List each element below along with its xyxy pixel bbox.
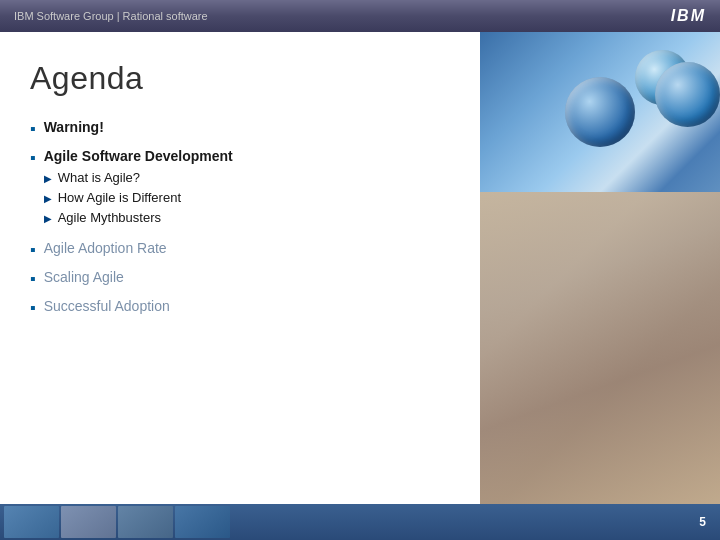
header-title: IBM Software Group | Rational software bbox=[14, 10, 208, 22]
ibm-logo-header: IBM bbox=[671, 7, 706, 25]
agenda-item-label: Agile Adoption Rate bbox=[44, 240, 167, 256]
sub-item-agile-mythbusters: ▶Agile Mythbusters bbox=[44, 210, 233, 225]
bullet-icon: ▪ bbox=[30, 120, 36, 138]
bullet-icon: ▪ bbox=[30, 299, 36, 317]
sub-bullet-icon: ▶ bbox=[44, 193, 52, 204]
deco-top-image bbox=[480, 32, 720, 192]
content-area: Agenda ▪Warning!▪Agile Software Developm… bbox=[0, 32, 480, 504]
agenda-item-agile-adoption-rate: ▪Agile Adoption Rate bbox=[30, 240, 450, 259]
ibm-logo-text: IBM bbox=[671, 7, 706, 25]
footer-img-1 bbox=[4, 506, 59, 538]
main-content: Agenda ▪Warning!▪Agile Software Developm… bbox=[0, 32, 720, 504]
agenda-item-label: Scaling Agile bbox=[44, 269, 124, 285]
sphere-overlap bbox=[655, 62, 720, 127]
agenda-item-content: Scaling Agile bbox=[44, 269, 124, 285]
sub-bullet-icon: ▶ bbox=[44, 213, 52, 224]
agenda-item-scaling-agile: ▪Scaling Agile bbox=[30, 269, 450, 288]
agenda-item-warning: ▪Warning! bbox=[30, 119, 450, 138]
footer-images bbox=[0, 504, 230, 540]
page-number: 5 bbox=[699, 515, 706, 529]
bullet-icon: ▪ bbox=[30, 241, 36, 259]
header-bar: IBM Software Group | Rational software I… bbox=[0, 0, 720, 32]
agenda-list: ▪Warning!▪Agile Software Development▶Wha… bbox=[30, 119, 450, 317]
agenda-item-label: Agile Software Development bbox=[44, 148, 233, 164]
footer-bar: 5 bbox=[0, 504, 720, 540]
agenda-item-content: Agile Adoption Rate bbox=[44, 240, 167, 256]
sub-item-how-agile-different: ▶How Agile is Different bbox=[44, 190, 233, 205]
page-title: Agenda bbox=[30, 60, 450, 97]
bullet-icon: ▪ bbox=[30, 149, 36, 167]
agenda-item-agile-software-dev: ▪Agile Software Development▶What is Agil… bbox=[30, 148, 450, 230]
deco-bottom-image bbox=[480, 192, 720, 504]
footer-img-3 bbox=[118, 506, 173, 538]
decorative-panel bbox=[480, 32, 720, 504]
footer-img-2 bbox=[61, 506, 116, 538]
footer-img-4 bbox=[175, 506, 230, 538]
sub-item-what-is-agile: ▶What is Agile? bbox=[44, 170, 233, 185]
agenda-item-content: Warning! bbox=[44, 119, 104, 135]
agenda-item-label: Warning! bbox=[44, 119, 104, 135]
agenda-item-content: Successful Adoption bbox=[44, 298, 170, 314]
sub-item-label: How Agile is Different bbox=[58, 190, 181, 205]
sphere-blue bbox=[565, 77, 635, 147]
sub-list: ▶What is Agile?▶How Agile is Different▶A… bbox=[44, 170, 233, 225]
bullet-icon: ▪ bbox=[30, 270, 36, 288]
agenda-item-label: Successful Adoption bbox=[44, 298, 170, 314]
sub-bullet-icon: ▶ bbox=[44, 173, 52, 184]
sub-item-label: What is Agile? bbox=[58, 170, 140, 185]
agenda-item-successful-adoption: ▪Successful Adoption bbox=[30, 298, 450, 317]
agenda-item-content: Agile Software Development▶What is Agile… bbox=[44, 148, 233, 230]
sub-item-label: Agile Mythbusters bbox=[58, 210, 161, 225]
